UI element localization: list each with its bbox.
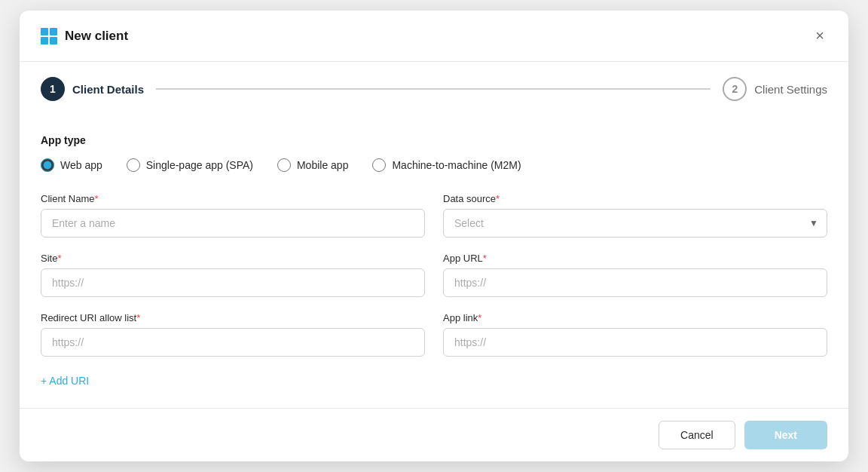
radio-mobile-app-label: Mobile app — [297, 159, 349, 171]
redirect-uri-group: Redirect URI allow list* — [41, 312, 425, 357]
radio-web-app[interactable]: Web app — [41, 158, 102, 172]
step-2-label: Client Settings — [754, 83, 827, 96]
form-row-2: Site* App URL* — [41, 253, 827, 297]
client-name-group: Client Name* — [41, 193, 425, 238]
site-label: Site* — [41, 253, 425, 264]
radio-m2m-label: Machine-to-machine (M2M) — [392, 159, 521, 171]
site-group: Site* — [41, 253, 425, 297]
site-input[interactable] — [41, 268, 425, 297]
data-source-select-wrapper: Select ▼ — [443, 209, 827, 238]
app-link-group: App link* — [443, 312, 827, 357]
radio-mobile-app[interactable]: Mobile app — [277, 158, 349, 172]
client-name-input[interactable] — [41, 209, 425, 238]
data-source-group: Data source* Select ▼ — [443, 193, 827, 238]
data-source-select[interactable]: Select — [443, 209, 827, 238]
modal-title: New client — [65, 29, 128, 44]
step-1: 1 Client Details — [41, 77, 144, 101]
step-1-label: Client Details — [72, 83, 144, 96]
app-url-label: App URL* — [443, 253, 827, 264]
form-row-1: Client Name* Data source* Select ▼ — [41, 193, 827, 238]
close-button[interactable]: × — [812, 24, 827, 48]
redirect-uri-label: Redirect URI allow list* — [41, 312, 425, 323]
step-divider — [156, 88, 711, 90]
app-type-radio-group: Web app Single-page app (SPA) Mobile app… — [41, 158, 827, 172]
step-2-circle: 2 — [723, 77, 747, 101]
modal-footer: Cancel Next — [20, 408, 848, 461]
modal-body: App type Web app Single-page app (SPA) M… — [20, 116, 848, 408]
grid-icon — [41, 28, 57, 44]
new-client-modal: New client × 1 Client Details 2 Client S… — [20, 11, 848, 461]
step-1-circle: 1 — [41, 77, 65, 101]
modal-title-area: New client — [41, 28, 128, 44]
stepper: 1 Client Details 2 Client Settings — [20, 62, 848, 116]
client-name-label: Client Name* — [41, 193, 425, 204]
app-link-input[interactable] — [443, 328, 827, 357]
radio-m2m[interactable]: Machine-to-machine (M2M) — [372, 158, 521, 172]
app-url-input[interactable] — [443, 268, 827, 297]
data-source-label: Data source* — [443, 193, 827, 204]
app-url-group: App URL* — [443, 253, 827, 297]
step-2: 2 Client Settings — [723, 77, 827, 101]
app-type-label: App type — [41, 134, 827, 146]
radio-spa[interactable]: Single-page app (SPA) — [127, 158, 253, 172]
add-uri-button[interactable]: + Add URI — [41, 372, 89, 390]
radio-spa-label: Single-page app (SPA) — [146, 159, 253, 171]
form-row-3: Redirect URI allow list* App link* — [41, 312, 827, 357]
radio-web-app-label: Web app — [60, 159, 102, 171]
modal-header: New client × — [20, 11, 848, 62]
app-link-label: App link* — [443, 312, 827, 323]
cancel-button[interactable]: Cancel — [659, 421, 735, 449]
next-button[interactable]: Next — [744, 421, 827, 449]
redirect-uri-input[interactable] — [41, 328, 425, 357]
